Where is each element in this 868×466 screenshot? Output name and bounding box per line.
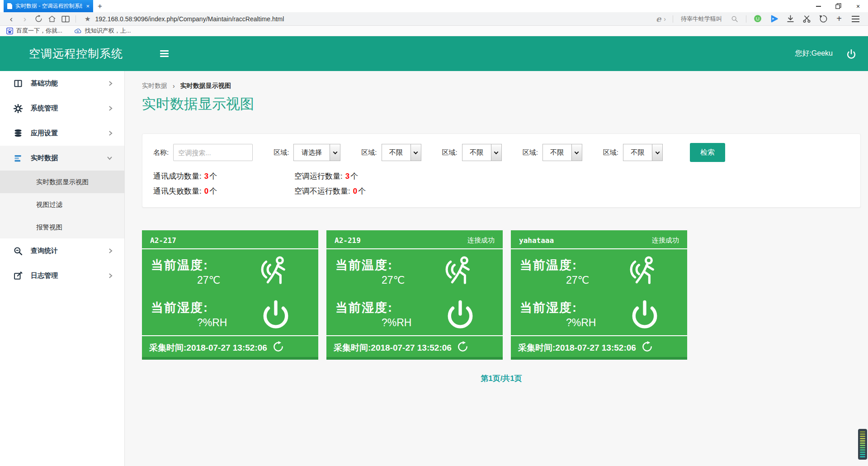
humidity-label: 当前湿度:	[151, 300, 227, 316]
bookmark-baidu[interactable]: 百度一下，你就...	[6, 27, 62, 35]
sidebar-subitem-realtime-view[interactable]: 实时数据显示视图	[0, 171, 124, 193]
download-icon[interactable]	[782, 13, 798, 25]
browser-side-panel-handle[interactable]	[858, 429, 867, 460]
database-icon	[13, 129, 24, 138]
tabbar-spacer	[107, 0, 808, 12]
video-play-icon[interactable]	[766, 13, 782, 25]
divider	[673, 15, 673, 23]
tab-title: 实时数据 - 空调远程控制系统	[15, 2, 82, 10]
power-icon[interactable]	[446, 300, 475, 328]
sidebar-item-app-settings[interactable]: 应用设置	[0, 121, 124, 146]
favorite-star-icon[interactable]: ★	[85, 15, 90, 23]
window-close-button[interactable]: ×	[848, 0, 868, 12]
connection-status: 连接成功	[652, 236, 679, 245]
browser-tab[interactable]: 实时数据 - 空调远程控制系统 ×	[4, 0, 93, 12]
region-select-2[interactable]: 不限	[382, 144, 421, 161]
main-content: 实时数据 › 实时数据显示视图 实时数据显示视图 名称: 区域: 请选择	[125, 71, 868, 466]
tab-close-icon[interactable]: ×	[86, 3, 90, 10]
browser-tab-bar: 实时数据 - 空调远程控制系统 × + ×	[0, 0, 868, 12]
name-label: 名称:	[153, 148, 169, 157]
edit-log-icon	[13, 271, 24, 281]
ac-search-input[interactable]	[173, 144, 253, 161]
browser-menu-icon[interactable]	[847, 13, 863, 25]
temperature-value: 27℃	[520, 274, 589, 286]
refresh-icon[interactable]	[273, 341, 284, 354]
humidity-value: ?%RH	[335, 317, 411, 329]
device-card: A2-219 连接成功 当前温度: 27℃	[326, 230, 503, 360]
search-button[interactable]: 检索	[690, 143, 725, 162]
refresh-icon[interactable]	[457, 341, 468, 354]
region-select-1[interactable]: 请选择	[293, 144, 340, 161]
breadcrumb-separator: ›	[173, 82, 175, 90]
refresh-icon[interactable]	[642, 341, 653, 354]
power-icon[interactable]	[630, 300, 659, 328]
region-select-5[interactable]: 不限	[623, 144, 663, 161]
breadcrumb-parent[interactable]: 实时数据	[142, 82, 167, 90]
stat-ac-running: 空调运行数量:3个	[294, 171, 366, 181]
window-minimize-button[interactable]	[808, 0, 828, 12]
occupancy-walking-icon	[442, 255, 475, 288]
select-dropdown-icon[interactable]	[652, 144, 662, 161]
humidity-value: ?%RH	[520, 317, 596, 329]
reading-mode-icon[interactable]	[59, 13, 72, 25]
select-dropdown-icon[interactable]	[491, 144, 501, 161]
region-select-3[interactable]: 不限	[462, 144, 502, 161]
region-filter-group: 区域: 不限	[523, 144, 582, 161]
chevron-right-icon	[108, 273, 113, 279]
select-dropdown-icon[interactable]	[330, 144, 340, 161]
sidebar-item-log-management[interactable]: 日志管理	[0, 263, 124, 288]
sidebar-item-basic-functions[interactable]: 基础功能	[0, 71, 124, 96]
select-dropdown-icon[interactable]	[571, 144, 582, 161]
sidebar-item-realtime-data[interactable]: 实时数据	[0, 146, 124, 171]
collect-time: 采集时间:2018-07-27 13:52:06	[334, 342, 452, 354]
power-icon[interactable]	[261, 300, 290, 328]
browser-search-input[interactable]: 待宰牛蛙学猫叫	[676, 15, 726, 23]
cloud-icon	[74, 28, 82, 34]
back-icon[interactable]: ‹	[5, 13, 18, 25]
region-filter-group: 区域: 请选择	[274, 144, 340, 161]
device-name: A2-217	[150, 236, 176, 245]
divider	[746, 15, 746, 23]
chevron-right-icon	[108, 105, 113, 111]
page-favicon	[7, 3, 12, 9]
app-header: 空调远程控制系统 您好:Geeku	[0, 36, 868, 71]
bookmarks-bar: 百度一下，你就... 找知识产权，上...	[0, 26, 868, 36]
new-tab-button[interactable]: +	[93, 0, 107, 12]
sidebar-item-system-management[interactable]: 系统管理	[0, 96, 124, 121]
humidity-label: 当前湿度:	[520, 300, 596, 316]
stat-ac-stopped: 空调不运行数量:0个	[294, 186, 366, 196]
add-gadget-icon[interactable]: +	[831, 13, 847, 25]
app-title: 空调远程控制系统	[29, 46, 123, 61]
undo-restore-icon[interactable]	[815, 13, 831, 25]
breadcrumb-current: 实时数据显示视图	[180, 82, 231, 90]
bookmark-ip[interactable]: 找知识产权，上...	[74, 27, 131, 35]
search-icon[interactable]	[726, 13, 743, 25]
logout-power-icon[interactable]	[846, 49, 856, 59]
stat-comm-success: 通讯成功数量:3个	[153, 171, 294, 181]
chevron-down-icon	[107, 156, 113, 160]
compat-arrow-icon[interactable]: ›	[664, 15, 666, 23]
window-restore-button[interactable]	[828, 0, 848, 12]
occupancy-walking-icon	[258, 255, 290, 288]
select-dropdown-icon[interactable]	[410, 144, 421, 161]
zoom-out-icon	[13, 247, 24, 256]
sidebar-toggle-icon[interactable]	[160, 49, 169, 59]
refresh-page-icon[interactable]	[32, 13, 45, 25]
stat-comm-fail: 通讯失败数量:0个	[153, 186, 294, 196]
url-field[interactable]: 192.168.0.58:9096/index.php/Company/Main…	[95, 15, 284, 23]
stats-summary: 通讯成功数量:3个 通讯失败数量:0个 空调运行数量:3个 空调不运行数量:0个	[153, 171, 849, 196]
device-card: yahataaa 连接成功 当前温度: 27℃	[511, 230, 687, 360]
ie-compat-icon[interactable]: e	[656, 14, 661, 24]
forward-icon[interactable]: ›	[18, 13, 32, 25]
window-controls: ×	[808, 0, 868, 12]
columns-icon	[13, 79, 24, 88]
sidebar-subitem-view-filter[interactable]: 视图过滤	[0, 193, 124, 216]
screenshot-scissors-icon[interactable]	[798, 13, 815, 25]
sidebar: 基础功能 系统管理 应用设置	[0, 71, 125, 466]
sidebar-subitem-alarm-view[interactable]: 报警视图	[0, 216, 124, 238]
wechat-icon[interactable]	[750, 13, 766, 25]
home-icon[interactable]	[45, 13, 59, 25]
region-filter-group: 区域: 不限	[361, 144, 421, 161]
region-select-4[interactable]: 不限	[542, 144, 582, 161]
sidebar-item-query-statistics[interactable]: 查询统计	[0, 238, 124, 263]
